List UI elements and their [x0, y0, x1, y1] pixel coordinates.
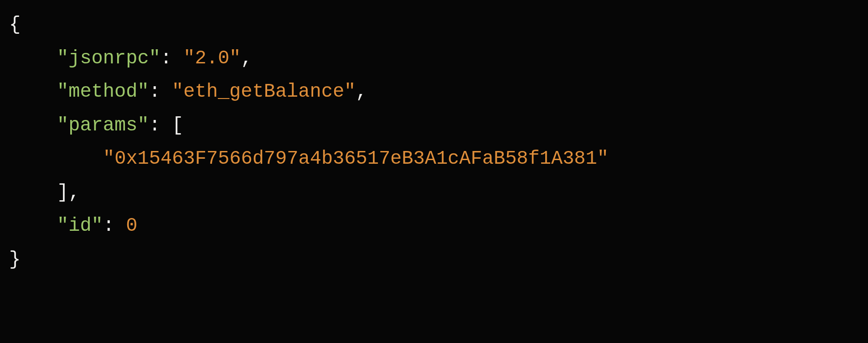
code-line-params: "params": [	[9, 109, 868, 143]
code-line-close: }	[9, 243, 868, 277]
json-value: "eth_getBalance"	[172, 81, 356, 103]
comma: ,	[356, 81, 367, 103]
json-key: "jsonrpc"	[57, 47, 160, 69]
colon: :	[149, 114, 172, 136]
json-key: "method"	[57, 81, 149, 103]
brace-open: {	[9, 14, 21, 36]
json-value-address: "0x15463F7566d797a4b36517eB3A1cAFaB58f1A…	[103, 148, 609, 170]
comma: ,	[68, 182, 80, 203]
colon: :	[103, 215, 126, 237]
brace-close: }	[9, 249, 21, 270]
json-key: "id"	[57, 215, 103, 237]
colon: :	[160, 47, 183, 69]
code-line-id: "id": 0	[9, 209, 868, 243]
comma: ,	[241, 47, 252, 69]
json-value: "2.0"	[183, 47, 241, 69]
code-line-jsonrpc: "jsonrpc": "2.0",	[9, 42, 868, 76]
json-code-block: { "jsonrpc": "2.0", "method": "eth_getBa…	[9, 8, 868, 276]
code-line-params-close: ],	[9, 176, 868, 210]
colon: :	[149, 81, 172, 103]
code-line-open: {	[9, 8, 868, 42]
code-line-param-item: "0x15463F7566d797a4b36517eB3A1cAFaB58f1A…	[9, 142, 868, 176]
code-line-method: "method": "eth_getBalance",	[9, 75, 868, 109]
json-key: "params"	[57, 114, 149, 136]
bracket-close: ]	[57, 182, 68, 203]
bracket-open: [	[172, 114, 183, 136]
json-value-number: 0	[126, 215, 137, 237]
